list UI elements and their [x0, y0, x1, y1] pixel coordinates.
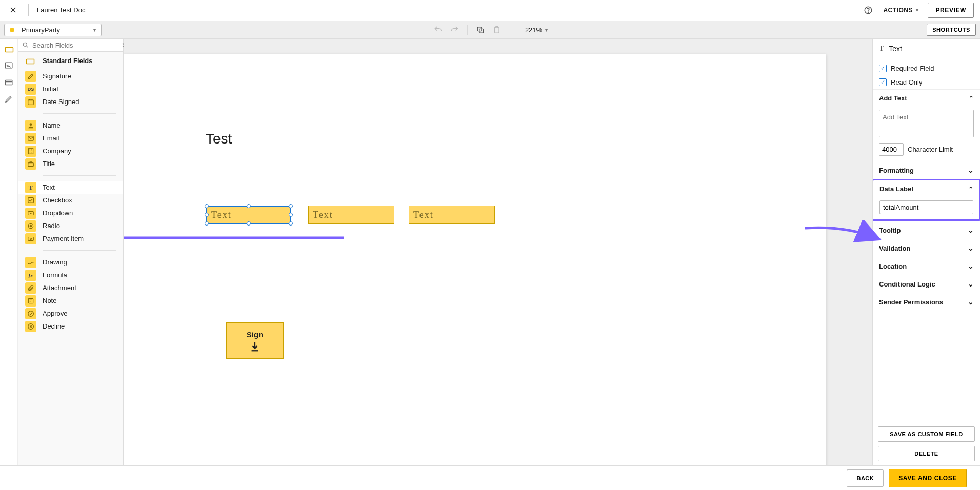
divider	[43, 113, 116, 114]
copy-paste-group	[475, 24, 503, 35]
chevron-down-icon	[968, 280, 974, 288]
decline-icon	[25, 321, 36, 332]
top-bar-right: ACTIONS ▾ PREVIEW	[863, 3, 974, 18]
divider	[43, 250, 116, 251]
field-signature[interactable]: Signature	[18, 70, 123, 83]
field-label: Dropdown	[43, 209, 73, 217]
actions-menu[interactable]: ACTIONS ▾	[883, 7, 918, 14]
location-accordion[interactable]: Location	[873, 257, 980, 275]
required-field-row[interactable]: ✓ Required Field	[873, 62, 980, 75]
canvas[interactable]: Test Text Text	[124, 39, 872, 465]
left-column: ✕ Standard Fields Signature	[0, 39, 124, 465]
field-company[interactable]: Company	[18, 145, 123, 157]
preview-button[interactable]: PREVIEW	[928, 3, 974, 18]
rail-pre-fill[interactable]	[1, 75, 16, 90]
svg-point-12	[30, 123, 32, 126]
formatting-accordion[interactable]: Formatting	[873, 161, 980, 179]
field-label: Attachment	[43, 284, 76, 292]
field-name[interactable]: Name	[18, 119, 123, 132]
data-label-accordion[interactable]: Data Label	[873, 180, 979, 197]
note-icon	[25, 295, 36, 307]
field-email[interactable]: Email	[18, 132, 123, 145]
save-and-close-button[interactable]: SAVE AND CLOSE	[889, 469, 967, 487]
recipient-name: PrimaryParty	[22, 26, 89, 34]
char-limit-input[interactable]	[879, 143, 904, 156]
main-area: ✕ Standard Fields Signature	[0, 39, 980, 465]
save-custom-field-button[interactable]: SAVE AS CUSTOM FIELD	[878, 426, 975, 442]
tooltip-accordion[interactable]: Tooltip	[873, 221, 980, 239]
resize-handle[interactable]	[289, 213, 293, 217]
field-date-signed[interactable]: Date Signed	[18, 95, 123, 108]
checkbox-checked-icon[interactable]: ✓	[879, 65, 887, 72]
document-page[interactable]: Test Text Text	[124, 54, 826, 465]
toolbar: PrimaryParty ▾ 221	[0, 21, 980, 39]
conditional-logic-accordion[interactable]: Conditional Logic	[873, 275, 980, 293]
email-icon	[25, 133, 36, 144]
chevron-down-icon	[968, 166, 974, 174]
text-field-selected[interactable]: Text	[206, 206, 291, 224]
field-attachment[interactable]: Attachment	[18, 281, 123, 294]
field-label: Signature	[43, 72, 71, 80]
add-text-accordion[interactable]: Add Text	[873, 89, 980, 107]
field-payment[interactable]: Payment Item	[18, 232, 123, 245]
sign-here-field[interactable]: Sign	[226, 322, 284, 359]
field-dropdown[interactable]: Dropdown	[18, 207, 123, 219]
field-label: Company	[43, 147, 71, 155]
fields-scroll: Standard Fields Signature DS Initial Dat…	[18, 52, 123, 465]
resize-handle[interactable]	[205, 213, 209, 217]
copy-icon[interactable]	[475, 24, 486, 35]
sender-permissions-accordion[interactable]: Sender Permissions	[873, 293, 980, 311]
resize-handle[interactable]	[205, 221, 209, 226]
search-input[interactable]	[32, 42, 118, 49]
data-label-body	[873, 197, 979, 219]
paste-icon[interactable]	[491, 24, 503, 35]
rail-standard-fields[interactable]	[1, 42, 16, 57]
shortcuts-button[interactable]: SHORTCUTS	[927, 24, 976, 36]
field-initial[interactable]: DS Initial	[18, 83, 123, 95]
footer-bar: BACK SAVE AND CLOSE	[0, 465, 980, 490]
zoom-control[interactable]: 221% ▾	[525, 26, 548, 34]
resize-handle[interactable]	[289, 221, 293, 226]
undo-icon[interactable]	[432, 24, 444, 35]
chevron-down-icon	[968, 298, 974, 306]
redo-icon[interactable]	[449, 24, 460, 35]
field-approve[interactable]: Approve	[18, 307, 123, 320]
section-title: Standard Fields	[43, 57, 93, 65]
field-drawing[interactable]: Drawing	[18, 256, 123, 269]
text-field[interactable]: Text	[308, 206, 394, 224]
field-label: Text	[43, 183, 55, 191]
resize-handle[interactable]	[247, 204, 251, 208]
field-label: Radio	[43, 222, 60, 230]
field-text[interactable]: T Text	[18, 181, 123, 194]
field-formula[interactable]: fx Formula	[18, 269, 123, 281]
field-note[interactable]: Note	[18, 294, 123, 307]
chevron-down-icon	[968, 262, 974, 270]
validation-accordion[interactable]: Validation	[873, 239, 980, 257]
recipient-select[interactable]: PrimaryParty ▾	[4, 24, 102, 36]
svg-point-1	[868, 12, 869, 12]
accordion-title: Validation	[879, 244, 910, 252]
resize-handle[interactable]	[247, 221, 251, 226]
help-icon[interactable]	[863, 5, 874, 16]
field-radio[interactable]: Radio	[18, 219, 123, 232]
readonly-row[interactable]: ✓ Read Only	[873, 75, 980, 89]
field-label: Payment Item	[43, 235, 84, 242]
checkbox-checked-icon[interactable]: ✓	[879, 78, 887, 86]
field-checkbox[interactable]: Checkbox	[18, 194, 123, 207]
rail-edit-icon[interactable]	[1, 91, 16, 107]
drawing-icon	[25, 257, 36, 268]
properties-scroll: ✓ Required Field ✓ Read Only Add Text Ch…	[873, 58, 980, 422]
field-label: Approve	[43, 310, 67, 317]
resize-handle[interactable]	[289, 204, 293, 208]
add-text-body: Character Limit	[873, 107, 980, 161]
back-button[interactable]: BACK	[847, 469, 884, 487]
field-title[interactable]: Title	[18, 157, 123, 170]
field-decline[interactable]: Decline	[18, 320, 123, 333]
close-icon[interactable]: ✕	[6, 5, 20, 16]
delete-button[interactable]: DELETE	[878, 446, 975, 461]
data-label-input[interactable]	[879, 200, 973, 214]
rail-custom-fields[interactable]	[1, 58, 16, 74]
add-text-input[interactable]	[879, 110, 974, 137]
resize-handle[interactable]	[205, 204, 209, 208]
text-field[interactable]: Text	[409, 206, 495, 224]
